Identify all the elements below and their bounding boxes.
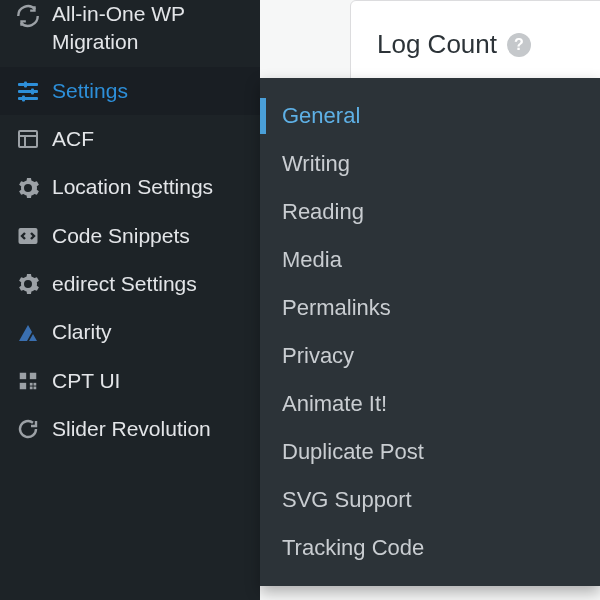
sidebar-item-slider-revolution[interactable]: Slider Revolution [0, 405, 260, 453]
sidebar-item-settings[interactable]: Settings [0, 67, 260, 115]
submenu-item-animate-it[interactable]: Animate It! [260, 380, 600, 428]
sidebar-item-location-settings[interactable]: Location Settings [0, 163, 260, 211]
svg-rect-9 [30, 373, 36, 379]
sidebar-item-migration[interactable]: All-in-One WP Migration [0, 0, 260, 67]
card-title-row: Log Count ? [377, 29, 600, 60]
refresh-icon [14, 2, 42, 30]
svg-rect-11 [30, 383, 33, 386]
submenu-item-media[interactable]: Media [260, 236, 600, 284]
submenu-item-label: Media [282, 247, 342, 272]
grid-icon [14, 125, 42, 153]
svg-rect-3 [24, 81, 27, 87]
card-title: Log Count [377, 29, 497, 60]
sidebar-item-label: Slider Revolution [52, 415, 250, 443]
gear-icon [14, 270, 42, 298]
sidebar-item-label: edirect Settings [52, 270, 250, 298]
sidebar-item-label: Clarity [52, 318, 250, 346]
svg-rect-5 [22, 95, 25, 101]
submenu-item-reading[interactable]: Reading [260, 188, 600, 236]
blocks-icon [14, 367, 42, 395]
sidebar-item-label: Settings [52, 77, 250, 105]
gear-icon [14, 174, 42, 202]
sidebar-item-label: CPT UI [52, 367, 250, 395]
svg-rect-1 [18, 90, 38, 93]
sidebar-item-edirect-settings[interactable]: edirect Settings [0, 260, 260, 308]
sliders-icon [14, 77, 42, 105]
submenu-item-privacy[interactable]: Privacy [260, 332, 600, 380]
submenu-item-label: General [282, 103, 360, 128]
submenu-item-writing[interactable]: Writing [260, 140, 600, 188]
submenu-item-label: SVG Support [282, 487, 412, 512]
submenu-item-permalinks[interactable]: Permalinks [260, 284, 600, 332]
sidebar-item-cpt-ui[interactable]: CPT UI [0, 357, 260, 405]
cycle-icon [14, 415, 42, 443]
submenu-item-svg-support[interactable]: SVG Support [260, 476, 600, 524]
svg-rect-4 [31, 88, 34, 94]
sidebar-item-clarity[interactable]: Clarity [0, 308, 260, 356]
submenu-item-label: Permalinks [282, 295, 391, 320]
submenu-item-label: Tracking Code [282, 535, 424, 560]
sidebar-item-label: ACF [52, 125, 250, 153]
submenu-item-label: Animate It! [282, 391, 387, 416]
sidebar-item-acf[interactable]: ACF [0, 115, 260, 163]
svg-rect-2 [18, 97, 38, 100]
svg-rect-14 [34, 386, 37, 389]
settings-submenu: General Writing Reading Media Permalinks… [260, 78, 600, 586]
submenu-item-duplicate-post[interactable]: Duplicate Post [260, 428, 600, 476]
submenu-item-label: Reading [282, 199, 364, 224]
submenu-item-label: Privacy [282, 343, 354, 368]
code-icon [14, 222, 42, 250]
svg-rect-13 [30, 386, 33, 389]
sidebar-item-label: Location Settings [52, 173, 250, 201]
submenu-item-label: Duplicate Post [282, 439, 424, 464]
help-icon[interactable]: ? [507, 33, 531, 57]
sidebar-item-label: Code Snippets [52, 222, 250, 250]
sidebar-item-code-snippets[interactable]: Code Snippets [0, 212, 260, 260]
admin-sidebar: All-in-One WP Migration Settings ACF Loc… [0, 0, 260, 600]
clarity-icon [14, 319, 42, 347]
svg-rect-8 [20, 373, 26, 379]
svg-rect-0 [18, 83, 38, 86]
svg-rect-10 [20, 383, 26, 389]
svg-rect-6 [19, 131, 37, 147]
submenu-item-general[interactable]: General [260, 92, 600, 140]
submenu-item-tracking-code[interactable]: Tracking Code [260, 524, 600, 572]
svg-rect-12 [34, 383, 37, 386]
sidebar-item-label: All-in-One WP Migration [52, 0, 250, 57]
submenu-item-label: Writing [282, 151, 350, 176]
